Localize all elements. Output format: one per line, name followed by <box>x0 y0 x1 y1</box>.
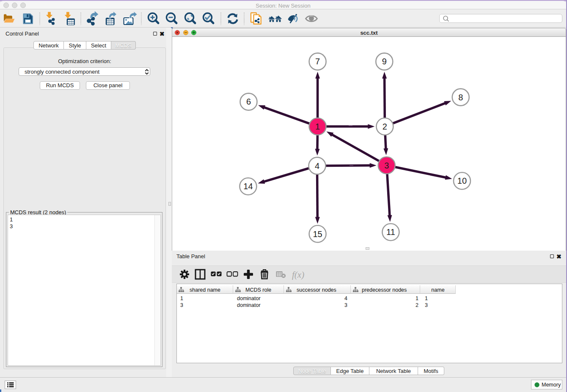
svg-text:8: 8 <box>458 93 463 102</box>
svg-text:7: 7 <box>315 57 320 66</box>
svg-text:10: 10 <box>457 176 467 185</box>
svg-text:11: 11 <box>386 227 395 237</box>
svg-text:2: 2 <box>383 122 387 131</box>
svg-text:14: 14 <box>243 182 253 191</box>
svg-text:4: 4 <box>315 161 319 171</box>
svg-text:15: 15 <box>313 229 322 239</box>
svg-text:1: 1 <box>315 122 320 131</box>
svg-text:9: 9 <box>382 57 387 66</box>
svg-text:3: 3 <box>384 161 389 170</box>
svg-text:f(x): f(x) <box>292 270 304 280</box>
svg-text:6: 6 <box>246 97 251 106</box>
